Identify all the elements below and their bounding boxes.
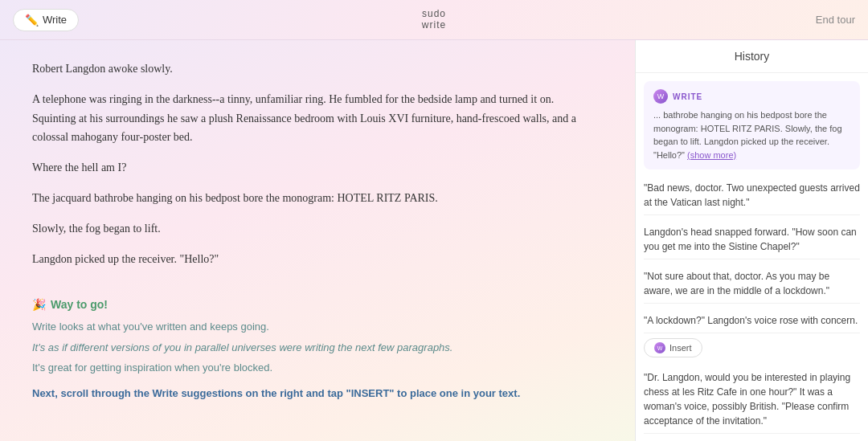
story-paragraph-2: A telephone was ringing in the darkness-… xyxy=(32,90,579,147)
tour-title: 🎉 Way to go! xyxy=(32,298,603,311)
history-content[interactable]: W WRITE ... bathrobe hanging on his bedp… xyxy=(636,73,868,441)
history-title: History xyxy=(735,50,770,63)
party-icon: 🎉 xyxy=(32,298,46,311)
text-entry-1: "Bad news, doctor. Two unexpected guests… xyxy=(644,176,860,215)
write-circle-icon: W xyxy=(653,89,668,104)
story-paragraph-3: Where the hell am I? xyxy=(32,158,579,178)
tour-section: 🎉 Way to go! Write looks at what you've … xyxy=(32,298,603,401)
tour-desc-3: It's great for getting inspiration when … xyxy=(32,360,603,376)
right-panel: History W WRITE ... bathrobe hanging on … xyxy=(635,40,868,441)
insert-label-1: Insert xyxy=(669,343,692,353)
pen-icon: ✏️ xyxy=(25,14,39,27)
app-logo: sudo write xyxy=(422,9,446,30)
write-entry: W WRITE ... bathrobe hanging on his bedp… xyxy=(644,81,860,169)
insert-circle-icon-1: W xyxy=(654,342,665,353)
story-text: Robert Langdon awoke slowly. A telephone… xyxy=(32,59,579,268)
text-entry-4: "A lockdown?" Langdon's voice rose with … xyxy=(644,308,860,333)
show-more-link[interactable]: (show more) xyxy=(687,150,736,160)
story-paragraph-1: Robert Langdon awoke slowly. xyxy=(32,59,579,79)
write-entry-text: ... bathrobe hanging on his bedpost bore… xyxy=(653,108,850,161)
logo-line1: sudo xyxy=(422,9,446,19)
logo-line2: write xyxy=(422,20,446,31)
tour-title-text: Way to go! xyxy=(51,298,108,311)
tour-desc-1: Write looks at what you've written and k… xyxy=(32,319,603,335)
write-entry-header: W WRITE xyxy=(653,89,850,104)
history-header: History xyxy=(636,40,868,73)
end-tour-button[interactable]: End tour xyxy=(816,14,855,26)
write-badge: WRITE xyxy=(673,92,702,101)
text-entry-2: Langdon's head snapped forward. "How soo… xyxy=(644,220,860,259)
tour-cta: Next, scroll through the Write suggestio… xyxy=(32,386,603,402)
story-paragraph-5: Slowly, the fog began to lift. xyxy=(32,219,579,239)
insert-button-1[interactable]: W Insert xyxy=(644,338,702,357)
story-paragraph-6: Langdon picked up the receiver. "Hello?" xyxy=(32,250,579,269)
write-button-label: Write xyxy=(43,14,67,26)
tour-desc-2: It's as if different versions of you in … xyxy=(32,340,603,356)
main-container: Robert Langdon awoke slowly. A telephone… xyxy=(0,40,868,441)
divider xyxy=(32,283,603,284)
story-paragraph-4: The jacquard bathrobe hanging on his bed… xyxy=(32,189,579,208)
header: ✏️ Write sudo write End tour xyxy=(0,0,868,40)
text-entry-5: "Dr. Langdon, would you be interested in… xyxy=(644,365,860,434)
write-button[interactable]: ✏️ Write xyxy=(13,9,79,31)
left-panel: Robert Langdon awoke slowly. A telephone… xyxy=(0,40,635,441)
text-entry-3: "Not sure about that, doctor. As you may… xyxy=(644,264,860,304)
